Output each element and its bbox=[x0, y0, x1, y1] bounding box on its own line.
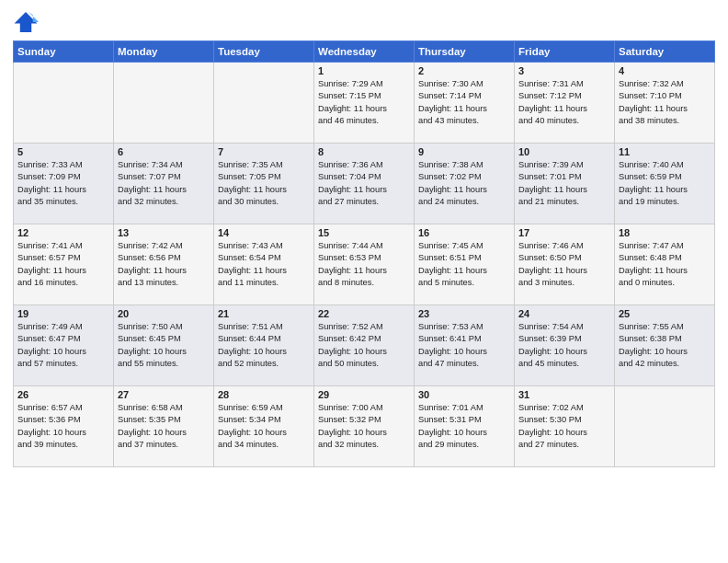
day-cell: 19Sunrise: 7:49 AM Sunset: 6:47 PM Dayli… bbox=[14, 305, 114, 386]
day-number: 15 bbox=[318, 227, 410, 238]
day-number: 3 bbox=[518, 65, 610, 76]
day-info: Sunrise: 7:38 AM Sunset: 7:02 PM Dayligh… bbox=[418, 159, 510, 209]
calendar-header-row: SundayMondayTuesdayWednesdayThursdayFrid… bbox=[14, 41, 715, 63]
header-wednesday: Wednesday bbox=[314, 41, 415, 63]
day-cell: 2Sunrise: 7:30 AM Sunset: 7:14 PM Daylig… bbox=[415, 63, 515, 144]
day-number: 10 bbox=[518, 146, 610, 157]
day-info: Sunrise: 6:57 AM Sunset: 5:36 PM Dayligh… bbox=[17, 402, 109, 452]
day-info: Sunrise: 7:01 AM Sunset: 5:31 PM Dayligh… bbox=[418, 402, 510, 452]
day-info: Sunrise: 7:53 AM Sunset: 6:41 PM Dayligh… bbox=[418, 321, 510, 371]
day-info: Sunrise: 7:34 AM Sunset: 7:07 PM Dayligh… bbox=[118, 159, 210, 209]
day-info: Sunrise: 7:33 AM Sunset: 7:09 PM Dayligh… bbox=[17, 159, 109, 209]
day-number: 14 bbox=[218, 227, 310, 238]
day-cell: 8Sunrise: 7:36 AM Sunset: 7:04 PM Daylig… bbox=[314, 144, 415, 224]
day-cell: 7Sunrise: 7:35 AM Sunset: 7:05 PM Daylig… bbox=[214, 144, 314, 224]
header-saturday: Saturday bbox=[615, 41, 715, 63]
day-info: Sunrise: 7:32 AM Sunset: 7:10 PM Dayligh… bbox=[619, 78, 711, 128]
day-info: Sunrise: 7:31 AM Sunset: 7:12 PM Dayligh… bbox=[518, 78, 610, 128]
day-number: 18 bbox=[619, 227, 711, 238]
day-cell: 6Sunrise: 7:34 AM Sunset: 7:07 PM Daylig… bbox=[114, 144, 214, 224]
logo-icon bbox=[13, 9, 39, 35]
day-number: 28 bbox=[218, 389, 310, 400]
day-number: 7 bbox=[218, 146, 310, 157]
header bbox=[13, 9, 715, 35]
day-number: 11 bbox=[619, 146, 711, 157]
day-cell: 26Sunrise: 6:57 AM Sunset: 5:36 PM Dayli… bbox=[14, 386, 114, 467]
day-number: 23 bbox=[418, 308, 510, 319]
day-cell: 22Sunrise: 7:52 AM Sunset: 6:42 PM Dayli… bbox=[314, 305, 415, 386]
day-cell: 9Sunrise: 7:38 AM Sunset: 7:02 PM Daylig… bbox=[415, 144, 515, 224]
day-number: 24 bbox=[518, 308, 610, 319]
header-tuesday: Tuesday bbox=[214, 41, 314, 63]
day-info: Sunrise: 7:54 AM Sunset: 6:39 PM Dayligh… bbox=[518, 321, 610, 371]
day-number: 30 bbox=[418, 389, 510, 400]
day-number: 6 bbox=[118, 146, 210, 157]
header-friday: Friday bbox=[515, 41, 615, 63]
header-monday: Monday bbox=[114, 41, 214, 63]
header-thursday: Thursday bbox=[415, 41, 515, 63]
day-info: Sunrise: 7:39 AM Sunset: 7:01 PM Dayligh… bbox=[518, 159, 610, 209]
day-cell: 15Sunrise: 7:44 AM Sunset: 6:53 PM Dayli… bbox=[314, 224, 415, 305]
day-number: 29 bbox=[318, 389, 410, 400]
day-info: Sunrise: 7:29 AM Sunset: 7:15 PM Dayligh… bbox=[318, 78, 410, 128]
day-info: Sunrise: 7:44 AM Sunset: 6:53 PM Dayligh… bbox=[318, 240, 410, 290]
day-number: 9 bbox=[418, 146, 510, 157]
day-info: Sunrise: 7:30 AM Sunset: 7:14 PM Dayligh… bbox=[418, 78, 510, 128]
day-cell: 1Sunrise: 7:29 AM Sunset: 7:15 PM Daylig… bbox=[314, 63, 415, 144]
day-info: Sunrise: 7:49 AM Sunset: 6:47 PM Dayligh… bbox=[17, 321, 109, 371]
day-number: 4 bbox=[619, 65, 711, 76]
day-cell bbox=[214, 63, 314, 144]
day-cell: 30Sunrise: 7:01 AM Sunset: 5:31 PM Dayli… bbox=[415, 386, 515, 467]
logo bbox=[13, 9, 42, 35]
day-number: 22 bbox=[318, 308, 410, 319]
day-number: 16 bbox=[418, 227, 510, 238]
day-info: Sunrise: 6:59 AM Sunset: 5:34 PM Dayligh… bbox=[218, 402, 310, 452]
week-row-0: 1Sunrise: 7:29 AM Sunset: 7:15 PM Daylig… bbox=[14, 63, 715, 144]
day-info: Sunrise: 7:35 AM Sunset: 7:05 PM Dayligh… bbox=[218, 159, 310, 209]
day-cell: 25Sunrise: 7:55 AM Sunset: 6:38 PM Dayli… bbox=[615, 305, 715, 386]
day-cell: 24Sunrise: 7:54 AM Sunset: 6:39 PM Dayli… bbox=[515, 305, 615, 386]
day-cell: 29Sunrise: 7:00 AM Sunset: 5:32 PM Dayli… bbox=[314, 386, 415, 467]
day-number: 25 bbox=[619, 308, 711, 319]
day-info: Sunrise: 7:00 AM Sunset: 5:32 PM Dayligh… bbox=[318, 402, 410, 452]
day-number: 19 bbox=[17, 308, 109, 319]
day-cell: 4Sunrise: 7:32 AM Sunset: 7:10 PM Daylig… bbox=[615, 63, 715, 144]
day-cell: 10Sunrise: 7:39 AM Sunset: 7:01 PM Dayli… bbox=[515, 144, 615, 224]
day-cell: 21Sunrise: 7:51 AM Sunset: 6:44 PM Dayli… bbox=[214, 305, 314, 386]
day-cell bbox=[114, 63, 214, 144]
day-number: 20 bbox=[118, 308, 210, 319]
day-cell: 5Sunrise: 7:33 AM Sunset: 7:09 PM Daylig… bbox=[14, 144, 114, 224]
day-cell: 11Sunrise: 7:40 AM Sunset: 6:59 PM Dayli… bbox=[615, 144, 715, 224]
day-info: Sunrise: 7:52 AM Sunset: 6:42 PM Dayligh… bbox=[318, 321, 410, 371]
day-info: Sunrise: 7:43 AM Sunset: 6:54 PM Dayligh… bbox=[218, 240, 310, 290]
day-cell bbox=[615, 386, 715, 467]
day-number: 12 bbox=[17, 227, 109, 238]
day-info: Sunrise: 7:41 AM Sunset: 6:57 PM Dayligh… bbox=[17, 240, 109, 290]
day-info: Sunrise: 7:02 AM Sunset: 5:30 PM Dayligh… bbox=[518, 402, 610, 452]
day-number: 17 bbox=[518, 227, 610, 238]
week-row-4: 26Sunrise: 6:57 AM Sunset: 5:36 PM Dayli… bbox=[14, 386, 715, 467]
day-cell bbox=[14, 63, 114, 144]
day-cell: 23Sunrise: 7:53 AM Sunset: 6:41 PM Dayli… bbox=[415, 305, 515, 386]
day-cell: 18Sunrise: 7:47 AM Sunset: 6:48 PM Dayli… bbox=[615, 224, 715, 305]
day-cell: 31Sunrise: 7:02 AM Sunset: 5:30 PM Dayli… bbox=[515, 386, 615, 467]
day-number: 2 bbox=[418, 65, 510, 76]
day-info: Sunrise: 7:36 AM Sunset: 7:04 PM Dayligh… bbox=[318, 159, 410, 209]
week-row-3: 19Sunrise: 7:49 AM Sunset: 6:47 PM Dayli… bbox=[14, 305, 715, 386]
day-info: Sunrise: 7:51 AM Sunset: 6:44 PM Dayligh… bbox=[218, 321, 310, 371]
day-cell: 20Sunrise: 7:50 AM Sunset: 6:45 PM Dayli… bbox=[114, 305, 214, 386]
day-info: Sunrise: 6:58 AM Sunset: 5:35 PM Dayligh… bbox=[118, 402, 210, 452]
header-sunday: Sunday bbox=[14, 41, 114, 63]
day-cell: 13Sunrise: 7:42 AM Sunset: 6:56 PM Dayli… bbox=[114, 224, 214, 305]
day-cell: 27Sunrise: 6:58 AM Sunset: 5:35 PM Dayli… bbox=[114, 386, 214, 467]
day-cell: 16Sunrise: 7:45 AM Sunset: 6:51 PM Dayli… bbox=[415, 224, 515, 305]
day-info: Sunrise: 7:40 AM Sunset: 6:59 PM Dayligh… bbox=[619, 159, 711, 209]
day-cell: 17Sunrise: 7:46 AM Sunset: 6:50 PM Dayli… bbox=[515, 224, 615, 305]
day-info: Sunrise: 7:46 AM Sunset: 6:50 PM Dayligh… bbox=[518, 240, 610, 290]
day-cell: 12Sunrise: 7:41 AM Sunset: 6:57 PM Dayli… bbox=[14, 224, 114, 305]
day-number: 26 bbox=[17, 389, 109, 400]
day-info: Sunrise: 7:42 AM Sunset: 6:56 PM Dayligh… bbox=[118, 240, 210, 290]
day-info: Sunrise: 7:55 AM Sunset: 6:38 PM Dayligh… bbox=[619, 321, 711, 371]
day-number: 21 bbox=[218, 308, 310, 319]
day-info: Sunrise: 7:47 AM Sunset: 6:48 PM Dayligh… bbox=[619, 240, 711, 290]
